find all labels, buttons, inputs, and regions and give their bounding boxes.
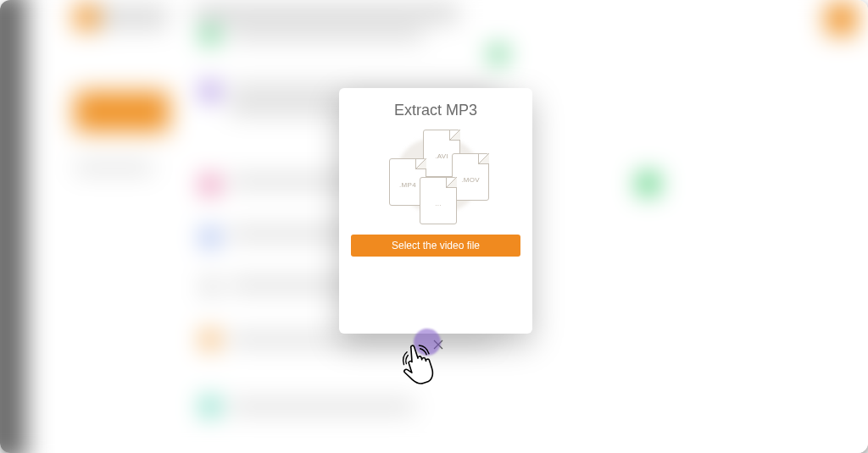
close-icon: [433, 338, 443, 352]
file-icon: ...: [420, 177, 457, 224]
close-button[interactable]: [429, 335, 448, 354]
select-video-file-button[interactable]: Select the video file: [351, 235, 520, 257]
video-files-illustration: .AVI .MOV .MP4 ...: [372, 128, 499, 229]
dialog-title: Extract MP3: [394, 102, 477, 119]
extract-mp3-dialog: Extract MP3 .AVI .MOV .MP4 ... Select th…: [339, 88, 532, 334]
file-icon: .MOV: [452, 153, 489, 201]
app-window: Extract MP3 .AVI .MOV .MP4 ... Select th…: [0, 0, 868, 453]
